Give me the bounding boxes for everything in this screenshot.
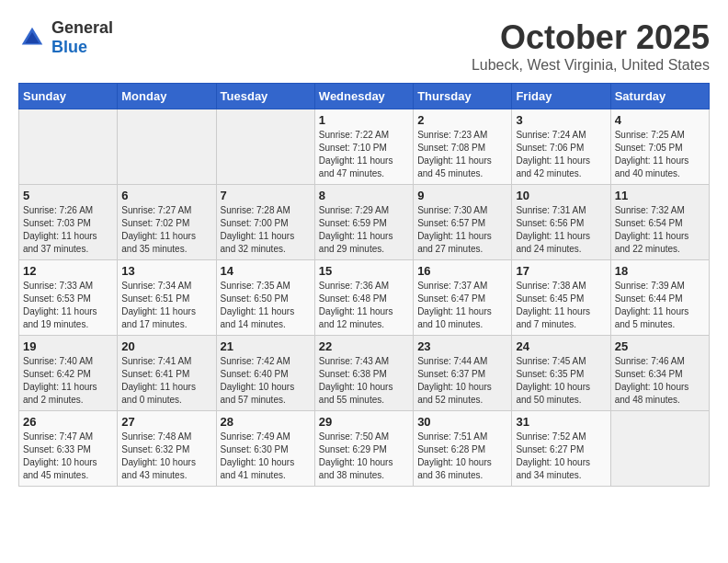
day-number: 15 <box>319 264 409 278</box>
day-info: Sunrise: 7:25 AM Sunset: 7:05 PM Dayligh… <box>615 129 705 180</box>
day-info: Sunrise: 7:34 AM Sunset: 6:51 PM Dayligh… <box>121 280 211 331</box>
day-info: Sunrise: 7:46 AM Sunset: 6:34 PM Dayligh… <box>615 355 705 407</box>
day-info: Sunrise: 7:47 AM Sunset: 6:33 PM Dayligh… <box>23 431 113 482</box>
day-info: Sunrise: 7:31 AM Sunset: 6:56 PM Dayligh… <box>516 204 606 256</box>
calendar-cell: 12Sunrise: 7:33 AM Sunset: 6:53 PM Dayli… <box>19 260 118 336</box>
day-number: 4 <box>615 113 705 127</box>
logo: General Blue <box>18 18 113 57</box>
day-number: 19 <box>23 339 113 353</box>
day-info: Sunrise: 7:41 AM Sunset: 6:41 PM Dayligh… <box>121 355 211 407</box>
calendar-cell: 24Sunrise: 7:45 AM Sunset: 6:35 PM Dayli… <box>512 336 610 411</box>
calendar-cell: 4Sunrise: 7:25 AM Sunset: 7:05 PM Daylig… <box>610 109 709 185</box>
day-info: Sunrise: 7:45 AM Sunset: 6:35 PM Dayligh… <box>516 355 606 407</box>
calendar-cell: 19Sunrise: 7:40 AM Sunset: 6:42 PM Dayli… <box>19 336 118 411</box>
calendar-week-3: 12Sunrise: 7:33 AM Sunset: 6:53 PM Dayli… <box>19 260 710 336</box>
calendar-cell: 27Sunrise: 7:48 AM Sunset: 6:32 PM Dayli… <box>118 411 216 487</box>
calendar-cell: 8Sunrise: 7:29 AM Sunset: 6:59 PM Daylig… <box>314 185 413 260</box>
day-info: Sunrise: 7:33 AM Sunset: 6:53 PM Dayligh… <box>23 280 113 331</box>
day-number: 6 <box>121 189 211 202</box>
weekday-header-tuesday: Tuesday <box>216 84 314 109</box>
day-info: Sunrise: 7:42 AM Sunset: 6:40 PM Dayligh… <box>221 355 311 407</box>
calendar-table: SundayMondayTuesdayWednesdayThursdayFrid… <box>18 83 710 487</box>
day-info: Sunrise: 7:48 AM Sunset: 6:32 PM Dayligh… <box>121 431 211 482</box>
day-number: 14 <box>221 264 311 278</box>
logo-blue: Blue <box>51 38 87 56</box>
calendar-cell: 29Sunrise: 7:50 AM Sunset: 6:29 PM Dayli… <box>314 411 413 487</box>
day-number: 22 <box>319 339 409 353</box>
day-number: 16 <box>417 264 507 278</box>
calendar-cell: 10Sunrise: 7:31 AM Sunset: 6:56 PM Dayli… <box>512 185 610 260</box>
day-number: 13 <box>121 264 211 278</box>
day-number: 9 <box>417 189 507 202</box>
day-number: 1 <box>319 113 409 127</box>
day-info: Sunrise: 7:35 AM Sunset: 6:50 PM Dayligh… <box>221 280 311 331</box>
day-info: Sunrise: 7:26 AM Sunset: 7:03 PM Dayligh… <box>23 204 113 256</box>
calendar-cell: 31Sunrise: 7:52 AM Sunset: 6:27 PM Dayli… <box>512 411 610 487</box>
calendar-cell: 11Sunrise: 7:32 AM Sunset: 6:54 PM Dayli… <box>610 185 709 260</box>
day-number: 28 <box>221 415 311 429</box>
calendar-cell: 30Sunrise: 7:51 AM Sunset: 6:28 PM Dayli… <box>414 411 512 487</box>
calendar-cell <box>216 109 314 185</box>
day-info: Sunrise: 7:27 AM Sunset: 7:02 PM Dayligh… <box>121 204 211 256</box>
calendar-cell: 23Sunrise: 7:44 AM Sunset: 6:37 PM Dayli… <box>414 336 512 411</box>
day-info: Sunrise: 7:38 AM Sunset: 6:45 PM Dayligh… <box>516 280 606 331</box>
day-info: Sunrise: 7:28 AM Sunset: 7:00 PM Dayligh… <box>221 204 311 256</box>
day-info: Sunrise: 7:52 AM Sunset: 6:27 PM Dayligh… <box>516 431 606 482</box>
calendar-cell: 16Sunrise: 7:37 AM Sunset: 6:47 PM Dayli… <box>414 260 512 336</box>
day-number: 3 <box>516 113 606 127</box>
calendar-cell <box>610 411 709 487</box>
title-block: October 2025 Lubeck, West Virginia, Unit… <box>472 18 710 74</box>
calendar-cell: 3Sunrise: 7:24 AM Sunset: 7:06 PM Daylig… <box>512 109 610 185</box>
day-number: 10 <box>516 189 606 202</box>
weekday-header-row: SundayMondayTuesdayWednesdayThursdayFrid… <box>19 84 710 109</box>
calendar-week-2: 5Sunrise: 7:26 AM Sunset: 7:03 PM Daylig… <box>19 185 710 260</box>
calendar-cell: 14Sunrise: 7:35 AM Sunset: 6:50 PM Dayli… <box>216 260 314 336</box>
calendar-cell <box>118 109 216 185</box>
calendar-cell: 1Sunrise: 7:22 AM Sunset: 7:10 PM Daylig… <box>314 109 413 185</box>
day-number: 20 <box>121 339 211 353</box>
calendar-cell: 5Sunrise: 7:26 AM Sunset: 7:03 PM Daylig… <box>19 185 118 260</box>
weekday-header-thursday: Thursday <box>414 84 512 109</box>
weekday-header-saturday: Saturday <box>610 84 709 109</box>
month-title: October 2025 <box>472 18 710 57</box>
calendar-cell: 6Sunrise: 7:27 AM Sunset: 7:02 PM Daylig… <box>118 185 216 260</box>
day-number: 29 <box>319 415 409 429</box>
day-info: Sunrise: 7:37 AM Sunset: 6:47 PM Dayligh… <box>417 280 507 331</box>
day-info: Sunrise: 7:23 AM Sunset: 7:08 PM Dayligh… <box>417 129 507 180</box>
day-number: 12 <box>23 264 113 278</box>
calendar-cell: 17Sunrise: 7:38 AM Sunset: 6:45 PM Dayli… <box>512 260 610 336</box>
calendar-cell: 20Sunrise: 7:41 AM Sunset: 6:41 PM Dayli… <box>118 336 216 411</box>
page-header: General Blue October 2025 Lubeck, West V… <box>18 18 710 74</box>
calendar-cell: 2Sunrise: 7:23 AM Sunset: 7:08 PM Daylig… <box>414 109 512 185</box>
day-info: Sunrise: 7:29 AM Sunset: 6:59 PM Dayligh… <box>319 204 409 256</box>
day-info: Sunrise: 7:30 AM Sunset: 6:57 PM Dayligh… <box>417 204 507 256</box>
day-number: 23 <box>417 339 507 353</box>
calendar-cell: 22Sunrise: 7:43 AM Sunset: 6:38 PM Dayli… <box>314 336 413 411</box>
day-number: 26 <box>23 415 113 429</box>
weekday-header-sunday: Sunday <box>19 84 118 109</box>
calendar-cell: 21Sunrise: 7:42 AM Sunset: 6:40 PM Dayli… <box>216 336 314 411</box>
location: Lubeck, West Virginia, United States <box>472 57 710 74</box>
day-info: Sunrise: 7:36 AM Sunset: 6:48 PM Dayligh… <box>319 280 409 331</box>
weekday-header-monday: Monday <box>118 84 216 109</box>
day-number: 25 <box>615 339 705 353</box>
calendar-week-5: 26Sunrise: 7:47 AM Sunset: 6:33 PM Dayli… <box>19 411 710 487</box>
day-number: 7 <box>221 189 311 202</box>
day-number: 30 <box>417 415 507 429</box>
calendar-cell <box>19 109 118 185</box>
day-number: 27 <box>121 415 211 429</box>
day-number: 11 <box>615 189 705 202</box>
calendar-cell: 15Sunrise: 7:36 AM Sunset: 6:48 PM Dayli… <box>314 260 413 336</box>
day-info: Sunrise: 7:50 AM Sunset: 6:29 PM Dayligh… <box>319 431 409 482</box>
day-number: 31 <box>516 415 606 429</box>
day-number: 21 <box>221 339 311 353</box>
calendar-cell: 26Sunrise: 7:47 AM Sunset: 6:33 PM Dayli… <box>19 411 118 487</box>
day-number: 8 <box>319 189 409 202</box>
calendar-week-4: 19Sunrise: 7:40 AM Sunset: 6:42 PM Dayli… <box>19 336 710 411</box>
calendar-cell: 7Sunrise: 7:28 AM Sunset: 7:00 PM Daylig… <box>216 185 314 260</box>
day-info: Sunrise: 7:39 AM Sunset: 6:44 PM Dayligh… <box>615 280 705 331</box>
day-number: 17 <box>516 264 606 278</box>
day-number: 18 <box>615 264 705 278</box>
day-info: Sunrise: 7:24 AM Sunset: 7:06 PM Dayligh… <box>516 129 606 180</box>
day-info: Sunrise: 7:43 AM Sunset: 6:38 PM Dayligh… <box>319 355 409 407</box>
